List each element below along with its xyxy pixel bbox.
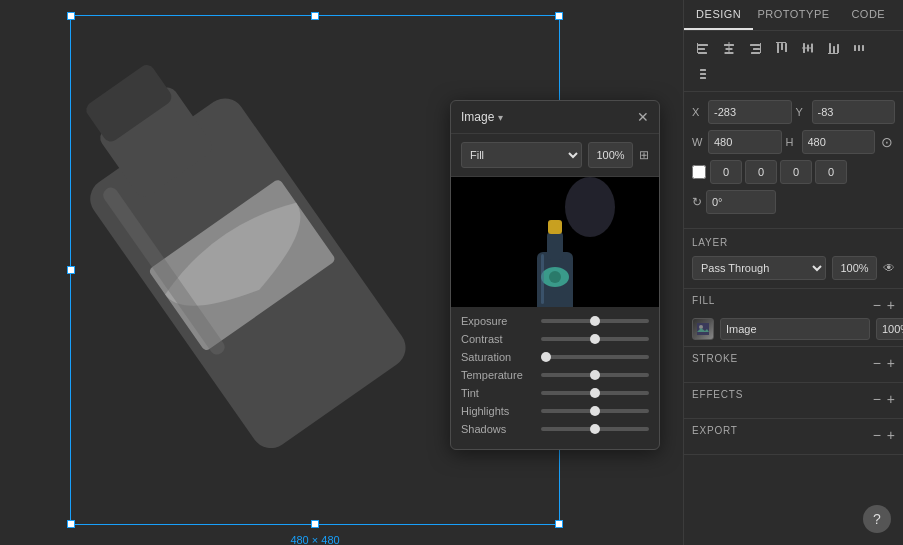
highlights-row: Highlights [461,405,649,417]
fill-swatch[interactable] [692,318,714,340]
image-panel-title-text: Image [461,110,494,124]
export-minus-button[interactable]: − [873,428,881,442]
stroke-section: STROKE − + [684,347,903,383]
contrast-label: Contrast [461,333,533,345]
h-input[interactable] [802,130,876,154]
image-panel: Image ▾ ✕ Fill Fit Crop Tile ⊞ [450,100,660,450]
h-label: H [786,136,798,148]
corner-bl-input[interactable] [780,160,812,184]
contrast-slider[interactable] [541,337,649,341]
stroke-section-header: STROKE − + [692,353,895,372]
w-input[interactable] [708,130,782,154]
svg-rect-22 [753,48,760,50]
tab-code[interactable]: CODE [834,0,903,30]
stroke-section-actions: − + [873,356,895,370]
saturation-slider[interactable] [541,355,649,359]
tint-label: Tint [461,387,533,399]
svg-rect-37 [854,45,856,51]
fill-section: FILL − + ⊞ 👁 [684,289,903,347]
corner-radius-checkbox[interactable] [692,165,706,179]
rotation-input[interactable] [706,190,776,214]
fill-section-header: FILL − + [692,295,895,314]
align-top-button[interactable] [770,37,792,59]
stroke-add-button[interactable]: + [887,356,895,370]
image-opacity-input[interactable] [588,142,633,168]
tint-slider[interactable] [541,391,649,395]
distribute-h-button[interactable] [848,37,870,59]
export-add-button[interactable]: + [887,428,895,442]
svg-rect-36 [828,53,838,54]
svg-rect-35 [837,44,839,53]
panel-footer: ? [684,455,903,545]
fill-type-input[interactable] [720,318,870,340]
exposure-label: Exposure [461,315,533,327]
shadows-label: Shadows [461,423,533,435]
corner-br-input[interactable] [815,160,847,184]
fill-minus-button[interactable]: − [873,298,881,312]
svg-rect-21 [750,44,760,46]
svg-rect-33 [829,43,831,53]
y-label: Y [796,106,808,118]
layer-section: LAYER Pass Through Normal Darken Multipl… [684,229,903,289]
stroke-minus-button[interactable]: − [873,356,881,370]
corner-tl-input[interactable] [710,160,742,184]
rotation-icon: ↻ [692,195,702,209]
chevron-down-icon[interactable]: ▾ [498,112,503,123]
image-fill-mode-select[interactable]: Fill Fit Crop Tile [461,142,582,168]
fill-add-button[interactable]: + [887,298,895,312]
effects-minus-button[interactable]: − [873,392,881,406]
saturation-row: Saturation [461,351,649,363]
effects-section-header: EFFECTS − + [692,389,895,408]
w-label: W [692,136,704,148]
temperature-label: Temperature [461,369,533,381]
tab-bar: DESIGN PROTOTYPE CODE [684,0,903,31]
image-panel-header: Image ▾ ✕ [451,101,659,134]
layer-visibility-button[interactable]: 👁 [883,261,895,275]
image-panel-title: Image ▾ [461,110,503,124]
svg-rect-14 [698,48,705,50]
svg-rect-26 [781,43,783,50]
image-crop-button[interactable]: ⊞ [639,148,649,162]
effects-title: EFFECTS [692,389,743,400]
temperature-row: Temperature [461,369,649,381]
x-input[interactable] [708,100,792,124]
shadows-slider[interactable] [541,427,649,431]
saturation-label: Saturation [461,351,533,363]
svg-rect-28 [776,42,786,43]
highlights-slider[interactable] [541,409,649,413]
highlights-label: Highlights [461,405,533,417]
exposure-slider[interactable] [541,319,649,323]
stroke-title: STROKE [692,353,738,364]
image-fill-icon [697,323,709,335]
svg-rect-38 [858,45,860,51]
svg-rect-15 [698,52,707,54]
fill-section-actions: − + [873,298,895,312]
temperature-slider[interactable] [541,373,649,377]
align-right-button[interactable] [744,37,766,59]
corner-tr-input[interactable] [745,160,777,184]
corner-inputs [710,160,847,184]
y-input[interactable] [812,100,896,124]
svg-rect-25 [777,43,779,53]
svg-rect-8 [548,220,562,234]
svg-rect-43 [697,323,709,335]
blend-mode-select[interactable]: Pass Through Normal Darken Multiply Scre… [692,256,826,280]
shadows-row: Shadows [461,423,649,435]
align-bottom-button[interactable] [822,37,844,59]
export-section-actions: − + [873,428,895,442]
export-section: EXPORT − + [684,419,903,455]
align-center-h-button[interactable] [718,37,740,59]
layer-opacity-input[interactable] [832,256,877,280]
tab-design[interactable]: DESIGN [684,0,753,30]
align-middle-v-button[interactable] [796,37,818,59]
align-toolbar [684,31,903,92]
align-left-button[interactable] [692,37,714,59]
fill-opacity-input[interactable] [876,318,903,340]
svg-rect-34 [833,46,835,53]
tab-prototype[interactable]: PROTOTYPE [753,0,833,30]
distribute-v-button[interactable] [692,63,714,85]
help-button[interactable]: ? [863,505,891,533]
lock-proportions-button[interactable]: ⊙ [879,134,895,150]
effects-add-button[interactable]: + [887,392,895,406]
image-panel-close-button[interactable]: ✕ [637,109,649,125]
